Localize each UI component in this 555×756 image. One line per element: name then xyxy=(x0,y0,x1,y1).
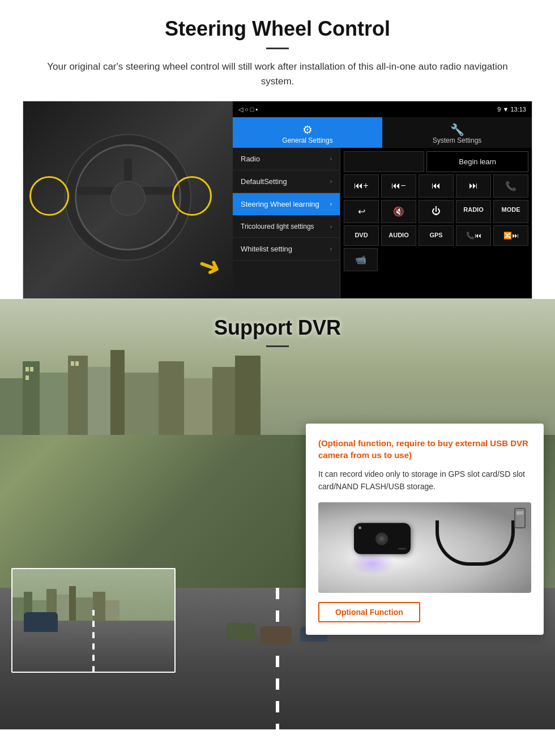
steering-center-hub xyxy=(110,181,146,216)
btn-phone[interactable]: 📞 xyxy=(493,174,528,198)
menu-steering-label: Steering Wheel learning xyxy=(241,200,319,208)
left-button-circle xyxy=(29,176,69,216)
svg-rect-2 xyxy=(40,373,68,435)
svg-rect-11 xyxy=(25,367,29,371)
steering-title: Steering Wheel Control xyxy=(23,17,532,41)
status-right: 9 ▼ 13:13 xyxy=(497,106,526,113)
general-settings-icon: ⚙ xyxy=(233,123,382,136)
btn-gps[interactable]: GPS xyxy=(419,225,454,246)
btn-radio[interactable]: RADIO xyxy=(456,200,491,223)
menu-item-default-setting[interactable]: DefaultSetting › xyxy=(233,170,340,193)
menu-default-arrow: › xyxy=(330,178,332,185)
btn-power[interactable]: ⏻ xyxy=(419,200,454,223)
menu-tricoloured-arrow: › xyxy=(330,224,332,230)
camera-light-beam xyxy=(350,552,395,575)
svg-rect-12 xyxy=(30,367,33,371)
control-row-2: ↩ 🔇 ⏻ RADIO MODE xyxy=(344,200,528,223)
menu-item-tricoloured[interactable]: Tricoloured light settings › xyxy=(233,216,340,238)
camera-slot xyxy=(398,548,406,549)
usb-connector xyxy=(516,511,523,515)
camera-cable xyxy=(436,520,515,566)
menu-item-whitelist[interactable]: Whitelist setting › xyxy=(233,238,340,260)
svg-rect-4 xyxy=(88,367,110,435)
menu-whitelist-label: Whitelist setting xyxy=(241,245,292,253)
road-center-line xyxy=(276,588,279,729)
menu-item-radio[interactable]: Radio › xyxy=(233,148,340,170)
camera-lens xyxy=(375,532,388,545)
svg-rect-8 xyxy=(184,378,212,435)
btn-dvr[interactable]: 📹 xyxy=(344,248,378,271)
dvr-section: Support DVR (Optional function, require … xyxy=(0,299,555,729)
nav-icons: ◁ ○ □ ▪ xyxy=(238,106,258,113)
dvr-camera-illustration xyxy=(318,502,531,593)
svg-rect-0 xyxy=(0,378,23,435)
menu-default-label: DefaultSetting xyxy=(241,177,287,186)
android-buttons-area: Begin learn ⏮+ ⏮− ⏮ ⏭ 📞 ↩ 🔇 ⏻ xyxy=(340,148,532,298)
android-tabs: ⚙ General Settings 🔧 System Settings xyxy=(233,117,532,148)
dvr-preview-road xyxy=(12,569,174,672)
btn-mute[interactable]: 🔇 xyxy=(381,200,416,223)
menu-radio-label: Radio xyxy=(241,155,260,163)
empty-left-cell xyxy=(344,151,424,172)
tab-system-settings[interactable]: 🔧 System Settings xyxy=(382,117,532,148)
btn-mode[interactable]: MODE xyxy=(493,200,528,223)
btn-shuffle-next[interactable]: 🔀⏭ xyxy=(493,225,528,246)
title-divider xyxy=(266,48,289,49)
svg-rect-1 xyxy=(23,361,40,435)
svg-rect-6 xyxy=(125,373,159,435)
btn-dvd[interactable]: DVD xyxy=(344,225,379,246)
btn-vol-up[interactable]: ⏮+ xyxy=(344,174,379,198)
vehicle-1 xyxy=(227,623,255,639)
android-statusbar: ◁ ○ □ ▪ 9 ▼ 13:13 xyxy=(233,101,532,117)
btn-phone-prev[interactable]: 📞⏮ xyxy=(456,225,491,246)
btn-audio[interactable]: AUDIO xyxy=(381,225,416,246)
begin-learn-row: Begin learn xyxy=(344,151,528,172)
control-row-3: DVD AUDIO GPS 📞⏮ 🔀⏭ xyxy=(344,225,528,246)
tab-general-label: General Settings xyxy=(282,136,332,144)
menu-whitelist-arrow: › xyxy=(330,246,332,252)
svg-rect-10 xyxy=(235,356,261,435)
camera-body xyxy=(354,523,411,554)
svg-rect-3 xyxy=(68,356,88,435)
svg-rect-15 xyxy=(75,361,79,366)
btn-prev-track[interactable]: ⏮ xyxy=(419,174,454,198)
steering-ui-mockup: ➜ ◁ ○ □ ▪ 9 ▼ 13:13 ⚙ General Settings 🔧… xyxy=(23,101,532,299)
control-row-1: ⏮+ ⏮− ⏮ ⏭ 📞 xyxy=(344,174,528,198)
dvr-description: It can record video only to storage in G… xyxy=(318,468,531,493)
steering-photo: ➜ xyxy=(23,101,233,298)
dvr-camera-preview xyxy=(11,568,176,673)
tab-general-settings[interactable]: ⚙ General Settings xyxy=(233,117,382,148)
svg-rect-21 xyxy=(69,586,76,626)
svg-rect-13 xyxy=(25,375,29,380)
svg-rect-9 xyxy=(212,367,235,435)
btn-back[interactable]: ↩ xyxy=(344,200,379,223)
preview-vehicle xyxy=(24,612,58,632)
dvr-title: Support DVR xyxy=(0,316,555,340)
menu-radio-arrow: › xyxy=(330,156,332,162)
btn-vol-down[interactable]: ⏮− xyxy=(381,174,416,198)
vehicle-2 xyxy=(261,626,292,644)
steering-section: Steering Wheel Control Your original car… xyxy=(0,0,555,299)
begin-learn-button[interactable]: Begin learn xyxy=(426,151,528,172)
right-button-circle xyxy=(172,176,212,216)
optional-function-button[interactable]: Optional Function xyxy=(318,602,420,622)
menu-item-steering-learning[interactable]: Steering Wheel learning › xyxy=(233,193,340,216)
steering-photo-inner: ➜ xyxy=(23,101,233,298)
dvr-divider xyxy=(266,345,289,347)
tab-system-label: System Settings xyxy=(433,136,482,144)
android-menu: Radio › DefaultSetting › Steering Wheel … xyxy=(233,148,340,298)
camera-indicator xyxy=(358,526,361,529)
svg-rect-7 xyxy=(159,361,184,435)
usb-plug xyxy=(514,508,526,528)
android-content: Radio › DefaultSetting › Steering Wheel … xyxy=(233,148,532,298)
btn-next-track[interactable]: ⏭ xyxy=(456,174,491,198)
control-row-4: 📹 xyxy=(344,248,528,271)
svg-rect-5 xyxy=(110,350,125,435)
steering-description: Your original car's steering wheel contr… xyxy=(45,59,510,88)
dvr-title-area: Support DVR xyxy=(0,299,555,358)
dvr-info-card: (Optional function, require to buy exter… xyxy=(306,424,544,635)
menu-tricoloured-label: Tricoloured light settings xyxy=(241,223,314,230)
system-settings-icon: 🔧 xyxy=(382,123,532,136)
preview-center-line xyxy=(93,621,95,672)
menu-steering-arrow: › xyxy=(330,201,332,207)
